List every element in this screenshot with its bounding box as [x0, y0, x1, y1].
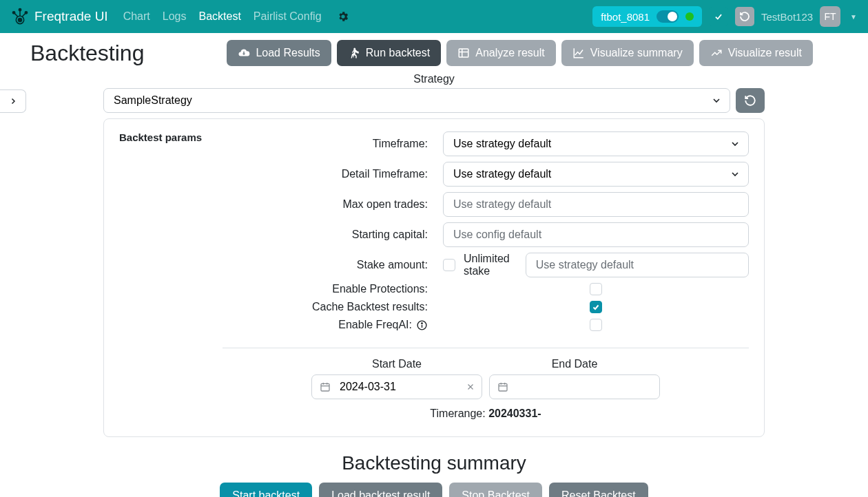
- start-date-label: Start Date: [372, 358, 422, 370]
- timeframe-label: Timeframe:: [223, 138, 443, 150]
- enable-protections-checkbox[interactable]: [590, 283, 602, 295]
- tab-visualize-result[interactable]: Visualize result: [699, 40, 813, 66]
- svg-point-7: [25, 12, 27, 14]
- bot-selector[interactable]: ftbot_8081: [592, 6, 702, 27]
- stop-backtest-button[interactable]: Stop Backtest: [449, 483, 542, 497]
- refresh-button[interactable]: [735, 7, 754, 26]
- starting-capital-label: Starting capital:: [223, 229, 443, 241]
- start-date-input-wrap: [311, 374, 482, 399]
- info-icon[interactable]: [416, 319, 428, 331]
- detail-timeframe-select[interactable]: Use strategy default: [443, 162, 749, 187]
- unlimited-stake-label: Unlimited stake: [464, 253, 517, 277]
- enable-freqai-label: Enable FreqAI:: [223, 319, 443, 331]
- timerange-display: Timerange: 20240331-: [223, 408, 749, 420]
- svg-rect-9: [459, 49, 468, 57]
- cloud-download-icon: [238, 47, 250, 59]
- tab-run-backtest[interactable]: Run backtest: [337, 40, 441, 66]
- bot-name: ftbot_8081: [601, 11, 650, 23]
- nav-backtest[interactable]: Backtest: [198, 10, 240, 23]
- strategy-refresh-button[interactable]: [736, 88, 765, 113]
- backtesting-summary-title: Backtesting summary: [103, 452, 765, 474]
- chart-line-icon: [572, 47, 585, 59]
- max-open-trades-input[interactable]: [443, 192, 749, 217]
- chart-trend-icon: [710, 47, 723, 59]
- freqtrade-logo-icon: [11, 8, 29, 25]
- enable-protections-label: Enable Protections:: [223, 283, 443, 295]
- end-date-input[interactable]: [489, 374, 660, 399]
- top-navbar: Freqtrade UI Chart Logs Backtest Pairlis…: [0, 0, 868, 33]
- action-buttons: Start backtest Load backtest result Stop…: [103, 483, 765, 497]
- nav-pairlist-config[interactable]: Pairlist Config: [254, 10, 322, 23]
- tab-analyze-result[interactable]: Analyze result: [446, 40, 556, 66]
- status-indicator-icon: [685, 12, 694, 21]
- stake-amount-label: Stake amount:: [223, 259, 443, 271]
- nav-logs[interactable]: Logs: [163, 10, 187, 23]
- end-date-label: End Date: [552, 358, 598, 370]
- nav-links: Chart Logs Backtest Pairlist Config: [123, 10, 592, 23]
- user-dropdown-caret-icon[interactable]: ▼: [850, 13, 857, 21]
- unlimited-stake-checkbox[interactable]: [443, 259, 455, 271]
- calendar-icon: [320, 381, 331, 392]
- nav-right: ftbot_8081 TestBot123 FT ▼: [592, 6, 857, 27]
- svg-point-5: [12, 12, 14, 14]
- strategy-label: Strategy: [103, 73, 765, 85]
- starting-capital-input[interactable]: [443, 222, 749, 247]
- avatar[interactable]: FT: [820, 6, 840, 27]
- end-date-input-wrap: [489, 374, 660, 399]
- strategy-select[interactable]: SampleStrategy: [103, 88, 730, 113]
- backtest-tabs: Load Results Run backtest Analyze result…: [227, 40, 813, 66]
- bot-toggle[interactable]: [657, 10, 679, 23]
- dropdown-check-button[interactable]: [709, 7, 728, 26]
- page-title: Backtesting: [30, 41, 144, 66]
- enable-freqai-checkbox[interactable]: [590, 319, 602, 331]
- reset-backtest-button[interactable]: Reset Backtest: [549, 483, 648, 497]
- gear-icon[interactable]: [337, 10, 349, 23]
- cache-results-checkbox[interactable]: [590, 301, 602, 313]
- run-icon: [348, 47, 360, 59]
- brand[interactable]: Freqtrade UI: [11, 8, 108, 25]
- timeframe-select[interactable]: Use strategy default: [443, 131, 749, 156]
- divider: [223, 348, 749, 348]
- refresh-icon: [744, 94, 756, 107]
- max-open-trades-label: Max open trades:: [223, 198, 443, 211]
- clear-icon[interactable]: [466, 382, 475, 392]
- start-date-input[interactable]: [311, 374, 482, 399]
- backtest-params-card: Backtest params Timeframe: Use strategy …: [103, 118, 765, 437]
- tab-load-results[interactable]: Load Results: [227, 40, 331, 66]
- svg-point-3: [19, 9, 21, 11]
- nav-chart[interactable]: Chart: [123, 10, 150, 23]
- svg-rect-21: [499, 383, 507, 391]
- svg-point-14: [422, 322, 422, 323]
- backtest-params-heading: Backtest params: [119, 131, 223, 420]
- svg-rect-15: [321, 383, 329, 391]
- table-icon: [457, 47, 470, 59]
- calendar-icon: [497, 381, 508, 392]
- stake-amount-input[interactable]: [526, 253, 749, 277]
- load-backtest-result-button[interactable]: Load backtest result: [319, 483, 442, 497]
- svg-point-1: [19, 18, 22, 21]
- tab-visualize-summary[interactable]: Visualize summary: [561, 40, 694, 66]
- strategy-select-box[interactable]: SampleStrategy: [103, 88, 730, 113]
- username-label: TestBot123: [761, 11, 813, 23]
- brand-text: Freqtrade UI: [34, 9, 108, 24]
- cache-results-label: Cache Backtest results:: [223, 301, 443, 313]
- sidebar-expand-button[interactable]: [0, 89, 26, 113]
- start-backtest-button[interactable]: Start backtest: [220, 483, 312, 497]
- detail-timeframe-label: Detail Timeframe:: [223, 168, 443, 180]
